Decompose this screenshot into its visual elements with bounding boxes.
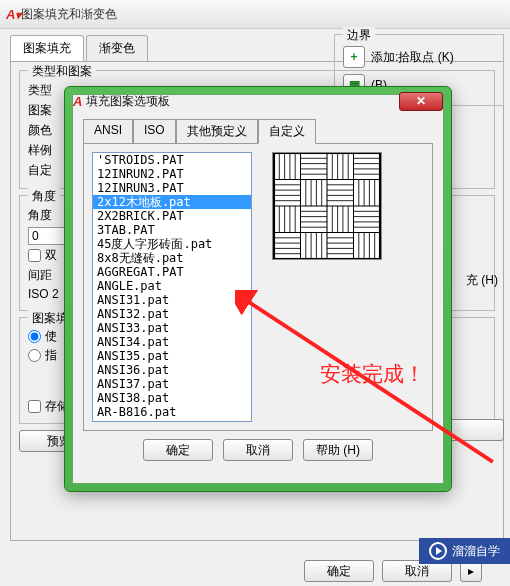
list-item[interactable]: 45度人字形砖面.pat	[93, 237, 251, 251]
group-angle-legend: 角度	[28, 188, 60, 205]
list-item[interactable]: ANSI33.pat	[93, 321, 251, 335]
tab-custom[interactable]: 自定义	[258, 119, 316, 144]
modal-cancel-button[interactable]: 取消	[223, 439, 293, 461]
boundary-legend: 边界	[343, 27, 375, 44]
list-item[interactable]: ANSI38.pat	[93, 391, 251, 405]
tab-iso[interactable]: ISO	[133, 119, 176, 144]
list-item[interactable]: ANSI36.pat	[93, 363, 251, 377]
use-label: 使	[45, 328, 57, 345]
pattern-palette-dialog: A 填充图案选项板 ✕ ANSI ISO 其他预定义 自定义 'STROIDS.…	[64, 86, 452, 492]
play-icon	[429, 542, 447, 560]
list-item[interactable]: 12INRUN3.PAT	[93, 181, 251, 195]
list-item[interactable]: 12INRUN2.PAT	[93, 167, 251, 181]
group-type-legend: 类型和图案	[28, 63, 96, 80]
list-item[interactable]: ANSI37.pat	[93, 377, 251, 391]
list-item[interactable]: 2X2BRICK.PAT	[93, 209, 251, 223]
tab-gradient[interactable]: 渐变色	[86, 35, 148, 61]
use-radio[interactable]	[28, 330, 41, 343]
tab-other[interactable]: 其他预定义	[176, 119, 258, 144]
double-label: 双	[45, 247, 57, 264]
watermark-text: 溜溜自学	[452, 543, 500, 560]
list-item[interactable]: ANSI35.pat	[93, 349, 251, 363]
parent-ok-button[interactable]: 确定	[304, 560, 374, 582]
close-button[interactable]: ✕	[399, 92, 443, 111]
add-pick-label: 添加:拾取点 (K)	[371, 49, 454, 66]
modal-app-icon: A	[73, 94, 82, 109]
modal-ok-button[interactable]: 确定	[143, 439, 213, 461]
pattern-listbox[interactable]: 'STROIDS.PAT12INRUN2.PAT12INRUN3.PAT2x12…	[92, 152, 252, 422]
list-item[interactable]: ANGLE.pat	[93, 279, 251, 293]
window-title: 图案填充和渐变色	[21, 6, 504, 23]
save-default-checkbox[interactable]	[28, 400, 41, 413]
list-item[interactable]: AR-B816.pat	[93, 405, 251, 419]
pattern-preview	[272, 152, 382, 260]
watermark: 溜溜自学	[419, 538, 510, 564]
specified-label: 指	[45, 347, 57, 364]
list-item[interactable]: ANSI31.pat	[93, 293, 251, 307]
add-pick-icon[interactable]: +	[343, 46, 365, 68]
list-item[interactable]: 3TAB.PAT	[93, 223, 251, 237]
list-item[interactable]: 2x12木地板.pat	[93, 195, 251, 209]
app-icon: A▾	[6, 7, 21, 22]
specified-radio[interactable]	[28, 349, 41, 362]
list-item[interactable]: 'STROIDS.PAT	[93, 153, 251, 167]
tab-ansi[interactable]: ANSI	[83, 119, 133, 144]
double-checkbox[interactable]	[28, 249, 41, 262]
list-item[interactable]: 8x8无缝砖.pat	[93, 251, 251, 265]
modal-tabs: ANSI ISO 其他预定义 自定义	[83, 119, 433, 144]
list-item[interactable]: AR-B816C.pat	[93, 419, 251, 422]
tab-hatch[interactable]: 图案填充	[10, 35, 84, 61]
list-item[interactable]: ANSI34.pat	[93, 335, 251, 349]
modal-title: 填充图案选项板	[86, 93, 399, 110]
modal-help-button[interactable]: 帮助 (H)	[303, 439, 373, 461]
list-item[interactable]: ANSI32.pat	[93, 307, 251, 321]
list-item[interactable]: AGGREGAT.PAT	[93, 265, 251, 279]
